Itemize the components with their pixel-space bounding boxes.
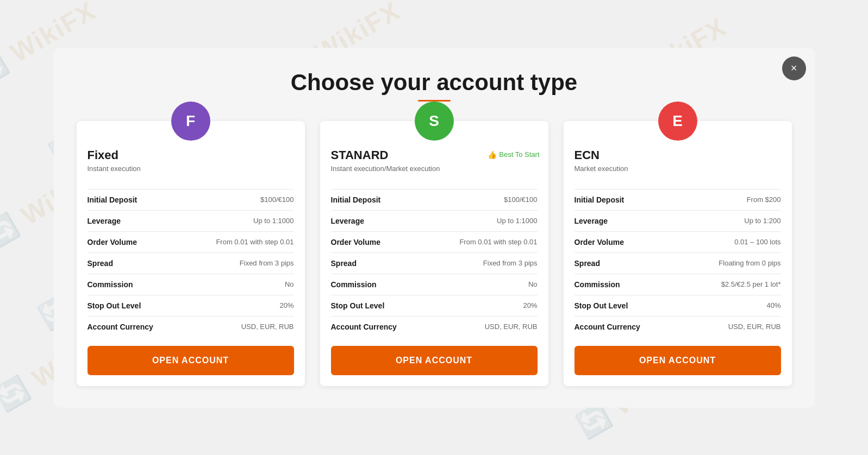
row-value-standard-4: No (528, 280, 538, 288)
row-label-fixed-6: Account Currency (88, 323, 153, 331)
row-value-ecn-1: Up to 1:200 (744, 217, 780, 225)
table-row: Order VolumeFrom 0.01 with step 0.01 (331, 232, 538, 253)
card-wrapper-standard: SSTANARDInstant execution/Market executi… (320, 121, 548, 386)
table-row: Stop Out Level40% (574, 295, 781, 317)
table-row: Order VolumeFrom 0.01 with step 0.01 (88, 232, 294, 253)
row-label-fixed-5: Stop Out Level (88, 301, 141, 310)
cards-row: FFixedInstant executionInitial Deposit$1… (76, 121, 793, 386)
row-label-ecn-5: Stop Out Level (574, 301, 628, 310)
row-label-ecn-3: Spread (574, 259, 600, 268)
card-subtitle-fixed: Instant execution (88, 165, 294, 173)
best-badge-standard: 👍Best To Start (488, 150, 539, 159)
row-value-fixed-0: $100/€100 (260, 195, 294, 204)
row-label-standard-1: Leverage (331, 217, 364, 225)
row-value-ecn-5: 40% (766, 301, 780, 309)
row-value-ecn-3: Floating from 0 pips (719, 259, 780, 267)
table-row: Initial Deposit$100/€100 (88, 189, 294, 211)
card-rows-standard: Initial Deposit$100/€100LeverageUp to 1:… (331, 189, 538, 337)
row-label-standard-6: Account Currency (331, 323, 397, 331)
card-avatar-ecn: E (658, 102, 697, 141)
card-title-ecn: ECN (574, 148, 781, 162)
row-value-ecn-0: From $200 (747, 195, 781, 204)
row-value-fixed-6: USD, EUR, RUB (241, 323, 294, 331)
row-label-ecn-0: Initial Deposit (574, 195, 625, 204)
row-value-standard-3: Fixed from 3 pips (483, 259, 538, 267)
table-row: LeverageUp to 1:1000 (88, 211, 294, 232)
open-account-button-standard[interactable]: OPEN ACCOUNT (331, 346, 538, 375)
table-row: LeverageUp to 1:1000 (331, 211, 538, 232)
row-value-fixed-4: No (285, 280, 294, 288)
row-label-fixed-4: Commission (88, 280, 133, 289)
row-value-ecn-4: $2.5/€2.5 per 1 lot* (721, 280, 781, 288)
table-row: Initial Deposit$100/€100 (331, 189, 538, 211)
table-row: CommissionNo (88, 274, 294, 295)
table-row: Account CurrencyUSD, EUR, RUB (88, 317, 294, 337)
row-value-fixed-2: From 0.01 with step 0.01 (216, 238, 294, 246)
thumbs-up-icon: 👍 (488, 150, 497, 159)
table-row: Commission$2.5/€2.5 per 1 lot* (574, 274, 781, 295)
modal-container: × Choose your account type FFixedInstant… (54, 48, 815, 408)
row-value-ecn-6: USD, EUR, RUB (728, 323, 781, 331)
card-fixed: FixedInstant executionInitial Deposit$10… (77, 121, 305, 386)
table-row: SpreadFloating from 0 pips (574, 253, 781, 274)
row-label-fixed-0: Initial Deposit (88, 195, 138, 204)
table-row: Account CurrencyUSD, EUR, RUB (331, 317, 538, 337)
row-label-fixed-1: Leverage (88, 217, 121, 225)
row-label-ecn-2: Order Volume (574, 238, 625, 247)
table-row: Initial DepositFrom $200 (574, 189, 781, 211)
row-value-standard-1: Up to 1:1000 (497, 217, 537, 225)
row-label-standard-5: Stop Out Level (331, 301, 385, 310)
card-rows-ecn: Initial DepositFrom $200LeverageUp to 1:… (574, 189, 781, 337)
row-value-ecn-2: 0.01 – 100 lots (734, 238, 780, 246)
card-rows-fixed: Initial Deposit$100/€100LeverageUp to 1:… (88, 189, 294, 337)
row-value-fixed-1: Up to 1:1000 (253, 217, 294, 225)
card-wrapper-fixed: FFixedInstant executionInitial Deposit$1… (77, 121, 305, 386)
row-label-standard-4: Commission (331, 280, 377, 289)
row-value-standard-2: From 0.01 with step 0.01 (459, 238, 537, 246)
row-label-ecn-6: Account Currency (574, 323, 640, 331)
card-avatar-standard: S (415, 102, 454, 141)
row-value-standard-0: $100/€100 (504, 195, 537, 204)
table-row: LeverageUp to 1:200 (574, 211, 781, 232)
row-label-fixed-2: Order Volume (88, 238, 138, 247)
table-row: CommissionNo (331, 274, 538, 295)
row-label-fixed-3: Spread (88, 259, 113, 268)
card-standard: STANARDInstant execution/Market executio… (320, 121, 548, 386)
table-row: Stop Out Level20% (331, 295, 538, 317)
table-row: SpreadFixed from 3 pips (331, 253, 538, 274)
table-row: Stop Out Level20% (88, 295, 294, 317)
page-title: Choose your account type (76, 69, 793, 96)
row-label-ecn-1: Leverage (574, 217, 608, 225)
close-button[interactable]: × (782, 56, 806, 80)
best-badge-label: Best To Start (499, 150, 539, 159)
card-ecn: ECNMarket executionInitial DepositFrom $… (564, 121, 792, 386)
row-value-standard-5: 20% (523, 301, 537, 309)
card-subtitle-ecn: Market execution (574, 165, 781, 173)
card-header-ecn: ECNMarket execution (574, 148, 781, 178)
table-row: Account CurrencyUSD, EUR, RUB (574, 317, 781, 337)
row-value-standard-6: USD, EUR, RUB (485, 323, 538, 331)
row-label-standard-3: Spread (331, 259, 357, 268)
card-subtitle-standard: Instant execution/Market execution (331, 165, 538, 173)
table-row: SpreadFixed from 3 pips (88, 253, 294, 274)
row-label-standard-0: Initial Deposit (331, 195, 381, 204)
card-wrapper-ecn: EECNMarket executionInitial DepositFrom … (564, 121, 792, 386)
row-label-standard-2: Order Volume (331, 238, 381, 247)
card-header-fixed: FixedInstant execution (88, 148, 294, 178)
card-avatar-fixed: F (171, 102, 210, 141)
row-value-fixed-5: 20% (279, 301, 294, 309)
open-account-button-fixed[interactable]: OPEN ACCOUNT (88, 346, 294, 375)
table-row: Order Volume0.01 – 100 lots (574, 232, 781, 253)
row-label-ecn-4: Commission (574, 280, 620, 289)
open-account-button-ecn[interactable]: OPEN ACCOUNT (574, 346, 781, 375)
card-title-fixed: Fixed (88, 148, 294, 162)
row-value-fixed-3: Fixed from 3 pips (240, 259, 294, 267)
